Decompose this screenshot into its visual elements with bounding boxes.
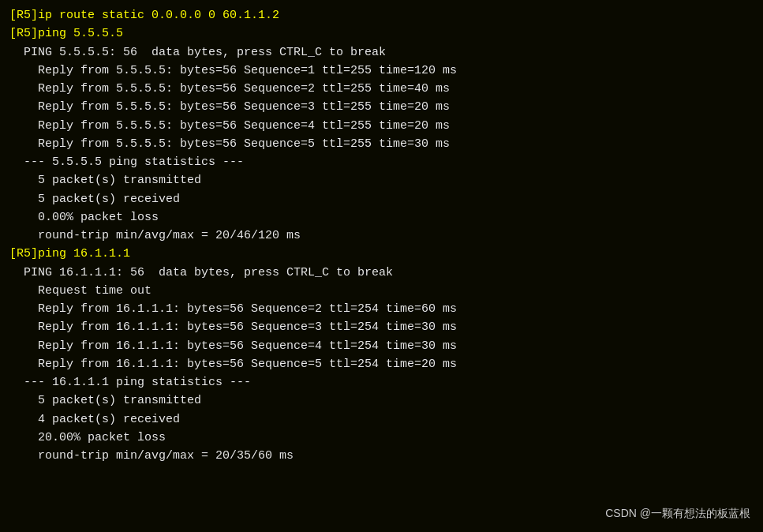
terminal-line: 20.00% packet loss (9, 429, 754, 447)
terminal-line: Request time out (9, 282, 754, 300)
terminal-line: 0.00% packet loss (9, 208, 754, 227)
terminal-line: 5 packet(s) received (9, 190, 754, 208)
terminal-line: --- 16.1.1.1 ping statistics --- (9, 373, 754, 392)
terminal-line: round-trip min/avg/max = 20/35/60 ms (9, 447, 754, 465)
terminal-window: [R5]ip route static 0.0.0.0 0 60.1.1.2[R… (0, 0, 763, 532)
terminal-line: --- 5.5.5.5 ping statistics --- (9, 153, 754, 171)
terminal-line: [R5]ping 16.1.1.1 (9, 245, 754, 263)
terminal-line: Reply from 5.5.5.5: bytes=56 Sequence=3 … (9, 98, 754, 116)
terminal-output: [R5]ip route static 0.0.0.0 0 60.1.1.2[R… (9, 6, 754, 465)
terminal-line: Reply from 16.1.1.1: bytes=56 Sequence=2… (9, 300, 754, 318)
terminal-line: round-trip min/avg/max = 20/46/120 ms (9, 227, 754, 245)
terminal-line: 4 packet(s) received (9, 410, 754, 429)
terminal-line: Reply from 5.5.5.5: bytes=56 Sequence=5 … (9, 135, 754, 153)
terminal-line: Reply from 16.1.1.1: bytes=56 Sequence=4… (9, 337, 754, 355)
terminal-line: 5 packet(s) transmitted (9, 171, 754, 189)
terminal-line: Reply from 5.5.5.5: bytes=56 Sequence=4 … (9, 117, 754, 135)
terminal-line: Reply from 16.1.1.1: bytes=56 Sequence=5… (9, 355, 754, 373)
terminal-line: PING 5.5.5.5: 56 data bytes, press CTRL_… (9, 43, 754, 62)
terminal-line: PING 16.1.1.1: 56 data bytes, press CTRL… (9, 264, 754, 282)
terminal-line: [R5]ping 5.5.5.5 (9, 24, 754, 43)
terminal-line: [R5]ip route static 0.0.0.0 0 60.1.1.2 (9, 6, 754, 24)
terminal-line: Reply from 5.5.5.5: bytes=56 Sequence=2 … (9, 80, 754, 98)
terminal-line: 5 packet(s) transmitted (9, 392, 754, 410)
terminal-line: Reply from 5.5.5.5: bytes=56 Sequence=1 … (9, 62, 754, 80)
terminal-line: Reply from 16.1.1.1: bytes=56 Sequence=3… (9, 318, 754, 336)
watermark-text: CSDN @一颗有想法的板蓝根 (605, 505, 750, 523)
